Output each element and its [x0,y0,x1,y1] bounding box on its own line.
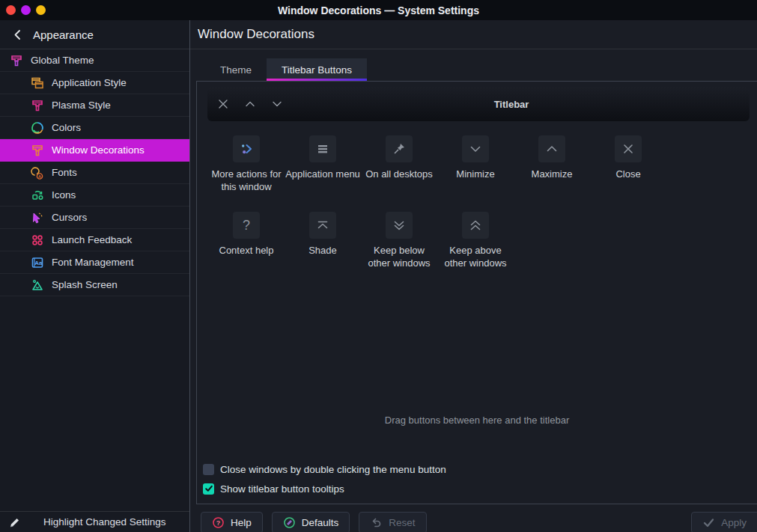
plasma-style-icon [30,98,45,113]
tab-theme[interactable]: Theme [205,58,267,81]
preview-minimize-icon[interactable] [271,98,283,110]
launch-feedback-icon [30,233,45,248]
button-application-menu[interactable]: Application menu [285,132,361,209]
sidebar-back-header[interactable]: Appearance [0,20,189,49]
help-button[interactable]: ? Help [201,512,263,532]
font-management-icon: Aa [30,255,45,270]
page-header: Window Decorations [190,20,757,49]
apply-check-icon [702,516,715,529]
icons-icon [30,188,45,203]
svg-text:Aa: Aa [34,260,43,266]
sidebar-item-global-theme[interactable]: Global Theme [0,49,189,72]
context-help-icon[interactable]: ? [233,212,260,239]
keep-above-icon[interactable] [462,212,489,239]
tab-bar: Theme Titlebar Buttons [190,49,757,81]
drag-hint-text: Drag buttons between here and the titleb… [197,415,757,426]
titlebar-preview-buttons [217,98,283,110]
splash-screen-icon [30,278,45,293]
window-decorations-icon [30,143,45,158]
sidebar: Appearance Global Theme Application Styl… [0,20,190,532]
window-controls [0,5,46,15]
reset-undo-icon [370,516,383,529]
checkbox-row-show-tooltips[interactable]: Show titlebar button tooltips [203,479,757,498]
sidebar-item-application-style[interactable]: Application Style [0,72,189,94]
sidebar-header-label: Appearance [33,28,94,41]
sidebar-item-font-management[interactable]: Aa Font Management [0,251,189,274]
button-minimize[interactable]: Minimize [437,132,514,209]
button-keep-below[interactable]: Keep below other windows [361,209,437,285]
sidebar-item-cursors[interactable]: Cursors [0,207,189,229]
defaults-button[interactable]: Defaults [272,512,350,532]
button-shade[interactable]: Shade [285,209,361,285]
application-menu-icon[interactable] [309,135,336,162]
pin-icon[interactable] [386,135,413,162]
window-title: Window Decorations — System Settings [0,4,757,16]
defaults-icon [283,516,296,529]
show-tooltips-checkbox[interactable] [203,483,214,495]
sidebar-item-launch-feedback[interactable]: Launch Feedback [0,229,189,251]
keep-below-icon[interactable] [386,212,413,239]
button-on-all-desktops[interactable]: On all desktops [361,132,437,209]
sidebar-item-splash-screen[interactable]: Splash Screen [0,274,189,296]
button-more-actions[interactable]: More actions for this window [208,132,285,209]
back-chevron-icon [10,27,25,42]
button-close[interactable]: Close [590,132,666,209]
preview-maximize-icon[interactable] [244,98,256,110]
checkbox-row-close-double-click[interactable]: Close windows by double clicking the men… [203,459,757,479]
highlighter-pen-icon [7,515,22,530]
sidebar-item-fonts[interactable]: A Fonts [0,162,189,184]
window-titlebar: Window Decorations — System Settings [0,0,757,20]
global-theme-icon [9,53,24,68]
available-buttons-grid: More actions for this window Application… [208,132,757,285]
main-panel: Window Decorations Theme Titlebar Button… [190,20,757,532]
cursors-icon [30,210,45,225]
button-context-help[interactable]: ? Context help [208,209,285,285]
colors-icon [30,120,45,135]
footer-toolbar: ? Help Defaults Reset Apply [190,504,757,532]
close-icon[interactable] [615,135,642,162]
sidebar-item-window-decorations[interactable]: Window Decorations [0,139,189,162]
sidebar-item-icons[interactable]: Icons [0,184,189,207]
tab-titlebar-buttons[interactable]: Titlebar Buttons [267,58,367,81]
window-minimize-button[interactable] [21,5,31,15]
button-maximize[interactable]: Maximize [514,132,590,209]
preview-title-text: Titlebar [283,99,740,110]
close-double-click-checkbox[interactable] [203,464,214,475]
sidebar-item-plasma-style[interactable]: Plasma Style [0,94,189,117]
minimize-icon[interactable] [462,135,489,162]
application-style-icon [30,76,45,91]
window-maximize-button[interactable] [36,5,46,15]
reset-button[interactable]: Reset [359,512,426,532]
sidebar-item-colors[interactable]: Colors [0,117,189,139]
apply-button[interactable]: Apply [691,512,757,532]
help-icon: ? [212,516,225,529]
titlebar-buttons-editor: Titlebar More actions for this window Ap… [196,81,757,504]
preview-close-icon[interactable] [217,98,229,110]
svg-text:A: A [38,174,41,179]
button-keep-above[interactable]: Keep above other windows [437,209,514,285]
titlebar-preview: Titlebar [207,87,750,121]
more-actions-icon[interactable] [233,135,260,162]
svg-text:?: ? [216,519,221,527]
page-title: Window Decorations [198,27,314,42]
shade-icon[interactable] [309,212,336,239]
options-checkboxes: Close windows by double clicking the men… [197,459,757,504]
window-close-button[interactable] [6,5,16,15]
sidebar-list: Global Theme Application Style Plasma St… [0,49,189,511]
maximize-icon[interactable] [538,135,565,162]
fonts-icon: A [30,165,45,180]
highlight-changed-settings[interactable]: Highlight Changed Settings [0,511,189,532]
